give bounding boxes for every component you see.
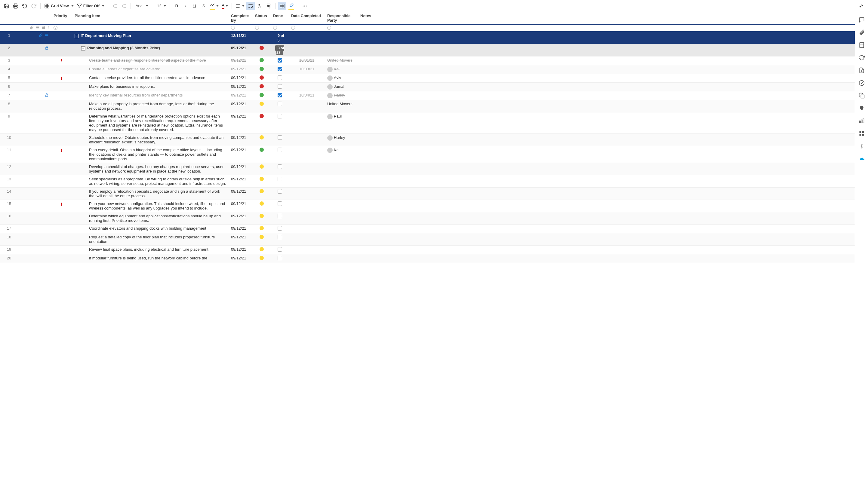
row-number[interactable]: 16 <box>0 212 18 224</box>
conditional-format-button[interactable] <box>278 2 286 10</box>
row-number[interactable]: 12 <box>0 163 18 175</box>
done-checkbox[interactable] <box>278 135 282 140</box>
table-row[interactable]: 7 Identify key internal resources from o… <box>0 91 855 100</box>
expand-toggle[interactable]: − <box>81 46 86 50</box>
row-number[interactable]: 6 <box>0 83 18 91</box>
table-row[interactable]: 13 Seek specialists as appropriate. Be w… <box>0 175 855 188</box>
done-checkbox[interactable] <box>278 226 282 231</box>
col-date-completed[interactable]: Date Completed <box>289 12 325 24</box>
table-row[interactable]: 8 Make sure all property is protected fr… <box>0 100 855 112</box>
undo-button[interactable] <box>20 2 29 10</box>
done-checkbox[interactable] <box>278 67 282 71</box>
indent-button[interactable] <box>120 2 128 10</box>
done-checkbox[interactable] <box>278 93 282 97</box>
done-checkbox[interactable] <box>278 114 282 119</box>
attachments-panel-button[interactable] <box>858 29 865 36</box>
table-row[interactable]: 10 Schedule the move. Obtain quotes from… <box>0 134 855 146</box>
print-button[interactable] <box>12 2 20 10</box>
table-row[interactable]: 14 If you employ a relocation specialist… <box>0 188 855 200</box>
table-row[interactable]: 9 Determine what warranties or maintenan… <box>0 112 855 134</box>
col-complete-by[interactable]: Complete By <box>229 12 253 24</box>
fontsize-selector[interactable]: 12 <box>155 2 167 10</box>
grid[interactable]: Priority Planning Item Complete By Statu… <box>0 12 855 496</box>
done-checkbox[interactable] <box>278 102 282 106</box>
filter-button[interactable]: Filter Off <box>76 2 106 10</box>
table-row[interactable]: 4 Ensure all areas of expertise are cove… <box>0 65 855 74</box>
done-checkbox[interactable] <box>278 189 282 193</box>
row-number[interactable]: 14 <box>0 188 18 200</box>
done-checkbox[interactable] <box>278 235 282 239</box>
row-number[interactable]: 3 <box>0 57 18 65</box>
row-number[interactable]: 20 <box>0 254 18 263</box>
table-row[interactable]: 18 Request a detailed copy of the floor … <box>0 233 855 246</box>
done-checkbox[interactable] <box>278 84 282 89</box>
row-number[interactable]: 13 <box>0 175 18 188</box>
table-row[interactable]: 3 ! Create teams and assign responsibili… <box>0 57 855 65</box>
row-number[interactable]: 18 <box>0 233 18 246</box>
row-number[interactable]: 17 <box>0 224 18 233</box>
done-checkbox[interactable] <box>278 256 282 260</box>
table-row[interactable]: 11 ! Plan every detail. Obtain a bluepri… <box>0 146 855 163</box>
comment-icon[interactable] <box>45 33 49 37</box>
expand-toggle[interactable]: − <box>75 34 79 38</box>
table-row[interactable]: 16 Determine which equipment and applica… <box>0 212 855 224</box>
fontcolor-button[interactable]: A <box>220 2 229 10</box>
activity-panel-button[interactable] <box>858 79 865 87</box>
row-number[interactable]: 1 <box>0 32 18 44</box>
row-number[interactable]: 7 <box>0 91 18 100</box>
attachment-icon[interactable] <box>39 33 43 37</box>
row-number[interactable]: 4 <box>0 65 18 74</box>
table-row[interactable]: 15 ! Plan your new network configuration… <box>0 200 855 212</box>
collapse-button[interactable] <box>857 2 866 10</box>
refresh-button[interactable] <box>858 54 865 61</box>
highlight-button[interactable] <box>209 2 220 10</box>
underline-button[interactable]: U <box>191 2 199 10</box>
jira-button[interactable] <box>858 142 865 150</box>
clear-format-button[interactable] <box>255 2 264 10</box>
summary-panel-button[interactable] <box>858 117 865 124</box>
row-number[interactable]: 10 <box>0 134 18 146</box>
salesforce-button[interactable] <box>858 155 865 162</box>
add-file-button[interactable] <box>858 67 865 74</box>
table-row[interactable]: 19 Review final space plans, including e… <box>0 246 855 254</box>
done-checkbox[interactable] <box>278 201 282 206</box>
done-checkbox[interactable] <box>278 165 282 169</box>
done-checkbox[interactable] <box>278 177 282 181</box>
done-checkbox[interactable] <box>278 148 282 152</box>
row-number[interactable]: 15 <box>0 200 18 212</box>
table-row[interactable]: 1 −IT Department Moving Plan 12/11/21 0 … <box>0 32 855 44</box>
align-button[interactable] <box>234 2 246 10</box>
table-row[interactable]: 2 −Planning and Mapping (3 Months Prior)… <box>0 44 855 57</box>
wrap-button[interactable] <box>246 2 255 10</box>
highlight2-button[interactable] <box>287 2 295 10</box>
row-number[interactable]: 8 <box>0 100 18 112</box>
done-checkbox[interactable] <box>278 58 282 63</box>
comments-panel-button[interactable] <box>858 16 865 24</box>
redo-button[interactable] <box>29 2 38 10</box>
bold-button[interactable]: B <box>172 2 181 10</box>
table-row[interactable]: 5 ! Contact service providers for all th… <box>0 74 855 83</box>
table-row[interactable]: 12 Develop a checklist of changes. Log a… <box>0 163 855 175</box>
col-notes[interactable]: Notes <box>358 12 855 24</box>
col-done[interactable]: Done <box>271 12 289 24</box>
copy-panel-button[interactable] <box>858 92 865 99</box>
outdent-button[interactable] <box>111 2 119 10</box>
col-priority[interactable]: Priority <box>51 12 72 24</box>
row-number[interactable]: 11 <box>0 146 18 163</box>
apps-button[interactable] <box>858 130 865 137</box>
done-checkbox[interactable] <box>278 214 282 218</box>
view-selector[interactable]: Grid View <box>43 2 75 10</box>
done-checkbox[interactable] <box>278 247 282 252</box>
col-planning-item[interactable]: Planning Item <box>72 12 229 24</box>
row-number[interactable]: 2 <box>0 44 18 57</box>
brandfolder-button[interactable] <box>858 105 865 112</box>
row-number[interactable]: 5 <box>0 74 18 83</box>
col-responsible-party[interactable]: Responsible Party <box>325 12 358 24</box>
table-row[interactable]: 20 If modular furniture is being used, r… <box>0 254 855 263</box>
row-number[interactable]: 19 <box>0 246 18 254</box>
done-checkbox[interactable] <box>278 75 282 80</box>
table-row[interactable]: 17 Coordinate elevators and shipping doc… <box>0 224 855 233</box>
format-painter-button[interactable] <box>264 2 273 10</box>
row-number[interactable]: 9 <box>0 112 18 134</box>
font-selector[interactable]: Arial <box>133 2 150 10</box>
